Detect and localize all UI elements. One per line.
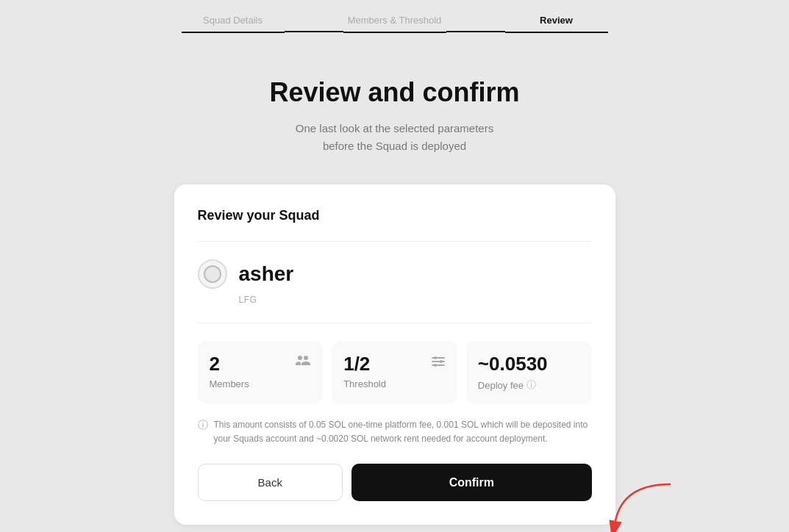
step-squad-details-label: Squad Details xyxy=(203,15,263,32)
stat-deploy-fee-label: Deploy fee xyxy=(478,380,524,391)
stat-members-label: Members xyxy=(210,378,249,389)
stat-deploy-fee: ~0.0530 Deploy fee ⓘ xyxy=(466,341,592,403)
review-card: Review your Squad asher LFG 2 Members xyxy=(174,184,615,525)
avatar xyxy=(198,259,227,289)
avatar-inner xyxy=(204,265,221,283)
red-arrow-annotation xyxy=(608,481,674,532)
members-icon xyxy=(295,354,311,371)
main-content: Review and confirm One last look at the … xyxy=(0,40,789,525)
stats-row: 2 Members 1/2 Threshold xyxy=(198,341,592,403)
back-button[interactable]: Back xyxy=(198,464,343,501)
stat-threshold-value: 1/2 xyxy=(343,353,386,375)
step-members-threshold-line xyxy=(343,32,446,33)
stat-deploy-fee-value: ~0.0530 xyxy=(478,353,548,375)
step-squad-details-line xyxy=(182,32,285,33)
card-container: Review your Squad asher LFG 2 Members xyxy=(174,184,615,525)
step-members-threshold-label: Members & Threshold xyxy=(348,15,442,32)
stepper: Squad Details Members & Threshold Review xyxy=(182,0,608,40)
confirm-button[interactable]: Confirm xyxy=(351,464,591,501)
button-row: Back Confirm xyxy=(198,464,592,501)
page-title: Review and confirm xyxy=(269,77,519,108)
divider-2 xyxy=(198,323,592,323)
threshold-icon xyxy=(431,354,446,373)
subtitle-line2: before the Squad is deployed xyxy=(323,140,466,152)
stat-members-value: 2 xyxy=(210,353,249,375)
stat-threshold-label: Threshold xyxy=(343,378,386,389)
svg-point-2 xyxy=(434,364,437,367)
squad-info: asher xyxy=(198,259,592,289)
info-text-row: ⓘ This amount consists of 0.05 SOL one-t… xyxy=(198,418,592,446)
step-review: Review xyxy=(505,15,608,33)
stat-members: 2 Members xyxy=(198,341,324,403)
page-subtitle: One last look at the selected parameters… xyxy=(296,120,493,155)
subtitle-line1: One last look at the selected parameters xyxy=(296,122,493,134)
info-circle-icon: ⓘ xyxy=(198,419,208,432)
info-text: This amount consists of 0.05 SOL one-tim… xyxy=(214,418,592,446)
svg-point-0 xyxy=(434,356,437,359)
step-members-threshold: Members & Threshold xyxy=(343,15,446,33)
step-squad-details: Squad Details xyxy=(182,15,285,33)
step-review-line xyxy=(505,32,608,33)
stat-threshold: 1/2 Threshold xyxy=(332,341,457,403)
squad-tag: LFG xyxy=(239,295,592,305)
info-icon-deploy: ⓘ xyxy=(526,378,536,392)
divider-1 xyxy=(198,241,592,242)
svg-point-1 xyxy=(440,360,443,363)
step-connector-2 xyxy=(446,31,505,32)
step-review-label: Review xyxy=(540,15,573,32)
step-connector-1 xyxy=(285,31,343,32)
squad-name: asher xyxy=(239,262,294,286)
card-title: Review your Squad xyxy=(198,208,592,223)
